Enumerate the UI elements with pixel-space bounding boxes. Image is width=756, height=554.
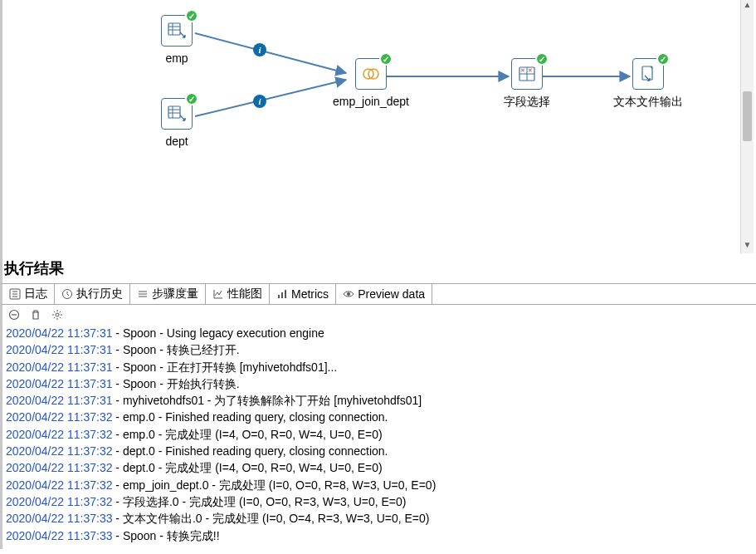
tab-preview[interactable]: Preview data: [336, 284, 432, 304]
log-line: 2020/04/22 11:37:31 - myhivetohdfs01 - 为…: [6, 392, 753, 409]
chart-icon: [212, 288, 224, 300]
svg-rect-8: [168, 23, 180, 35]
log-message: - Spoon - 转换完成!!: [112, 529, 219, 542]
log-timestamp-link[interactable]: 2020/04/22 11:37:31: [6, 343, 112, 356]
log-message: - 字段选择.0 - 完成处理 (I=0, O=0, R=3, W=3, U=0…: [112, 495, 406, 508]
log-line: 2020/04/22 11:37:31 - Spoon - 正在打开转换 [my…: [6, 359, 753, 375]
step-label: emp_join_dept: [333, 95, 409, 108]
log-timestamp-link[interactable]: 2020/04/22 11:37:32: [6, 428, 112, 441]
step-label: emp: [165, 51, 188, 65]
tab-performance[interactable]: 性能图: [206, 284, 270, 304]
table-input-icon: ✓: [161, 98, 193, 130]
svg-text:✕: ✕: [528, 67, 533, 73]
step-label: dept: [165, 135, 188, 148]
log-timestamp-link[interactable]: 2020/04/22 11:37:33: [6, 512, 112, 525]
svg-rect-34: [285, 290, 286, 298]
log-line: 2020/04/22 11:37:32 - dept.0 - 完成处理 (I=4…: [6, 459, 753, 476]
log-message: - Spoon - 正在打开转换 [myhivetohdfs01]...: [112, 360, 337, 374]
log-line: 2020/04/22 11:37:31 - Spoon - 开始执行转换.: [6, 375, 753, 392]
history-icon: [61, 288, 73, 300]
log-output[interactable]: 2020/04/22 11:37:31 - Spoon - Using lega…: [0, 325, 756, 549]
step-emp-join-dept[interactable]: ✓ emp_join_dept: [329, 58, 412, 108]
disable-button[interactable]: [7, 308, 21, 321]
svg-rect-32: [278, 295, 280, 298]
tab-metrics[interactable]: Metrics: [270, 284, 336, 304]
log-timestamp-link[interactable]: 2020/04/22 11:37:31: [6, 360, 112, 374]
log-message: - emp_join_dept.0 - 完成处理 (I=0, O=0, R=8,…: [112, 478, 436, 492]
svg-point-38: [56, 313, 59, 316]
merge-join-icon: ✓: [355, 58, 387, 90]
svg-line-0: [195, 33, 346, 73]
status-ok-icon: ✓: [379, 52, 393, 66]
svg-rect-12: [168, 106, 180, 118]
scroll-thumb[interactable]: [743, 91, 752, 141]
log-timestamp-link[interactable]: 2020/04/22 11:37:31: [6, 394, 112, 407]
log-timestamp-link[interactable]: 2020/04/22 11:37:31: [6, 377, 112, 390]
log-message: - emp.0 - Finished reading query, closin…: [112, 410, 388, 424]
log-timestamp-link[interactable]: 2020/04/22 11:37:32: [6, 461, 112, 474]
svg-point-6: [253, 95, 266, 108]
scroll-up-arrow-icon[interactable]: ▲: [741, 0, 754, 13]
log-timestamp-link[interactable]: 2020/04/22 11:37:33: [6, 529, 112, 542]
log-message: - dept.0 - Finished reading query, closi…: [112, 444, 388, 458]
step-dept[interactable]: ✓ dept: [144, 98, 210, 148]
eye-icon: [343, 288, 354, 300]
status-ok-icon: ✓: [185, 9, 198, 22]
log-message: - 文本文件输出.0 - 完成处理 (I=0, O=4, R=3, W=3, U…: [112, 512, 429, 525]
clear-log-button[interactable]: [29, 308, 42, 321]
metrics-icon: [276, 288, 288, 300]
text-output-icon: ✓: [632, 58, 664, 90]
log-timestamp-link[interactable]: 2020/04/22 11:37:31: [6, 326, 112, 340]
tab-history[interactable]: 执行历史: [55, 284, 130, 304]
step-emp[interactable]: ✓ emp: [144, 15, 210, 65]
results-tabs: 日志 执行历史 步骤度量 性能图 Metrics Preview data: [0, 283, 756, 305]
log-line: 2020/04/22 11:37:32 - emp.0 - 完成处理 (I=4,…: [6, 426, 753, 443]
svg-text:i: i: [258, 45, 261, 55]
tab-label: Preview data: [358, 287, 425, 301]
log-message: - emp.0 - 完成处理 (I=4, O=0, R=0, W=4, U=0,…: [112, 428, 382, 441]
log-toolbar: [0, 305, 756, 325]
transformation-canvas[interactable]: i i ✓ emp ✓ dept ✓ emp_join_dept ✕✕ ✓ 字段…: [0, 0, 754, 253]
svg-text:i: i: [258, 96, 261, 106]
log-line: 2020/04/22 11:37:33 - Spoon - 转换完成!!: [6, 527, 753, 544]
log-timestamp-link[interactable]: 2020/04/22 11:37:32: [6, 444, 112, 458]
log-line: 2020/04/22 11:37:31 - Spoon - Using lega…: [6, 325, 753, 341]
tab-label: 步骤度量: [152, 287, 198, 302]
svg-line-1: [195, 80, 346, 116]
log-line: 2020/04/22 11:37:32 - emp_join_dept.0 - …: [6, 477, 753, 493]
tab-step-metrics[interactable]: 步骤度量: [130, 284, 206, 304]
select-values-icon: ✕✕ ✓: [511, 58, 543, 90]
status-ok-icon: ✓: [535, 52, 549, 66]
log-message: - dept.0 - 完成处理 (I=4, O=0, R=0, W=4, U=0…: [112, 461, 382, 474]
svg-point-35: [347, 292, 350, 296]
status-ok-icon: ✓: [656, 52, 670, 66]
svg-rect-33: [281, 292, 283, 298]
log-settings-button[interactable]: [51, 308, 64, 321]
step-text-file-output[interactable]: ✓ 文本文件输出: [615, 58, 681, 110]
log-timestamp-link[interactable]: 2020/04/22 11:37:32: [6, 410, 112, 424]
log-timestamp-link[interactable]: 2020/04/22 11:37:32: [6, 495, 112, 508]
canvas-vertical-scrollbar[interactable]: ▲ ▼: [740, 0, 754, 253]
status-ok-icon: ✓: [185, 92, 198, 105]
log-timestamp-link[interactable]: 2020/04/22 11:37:32: [6, 478, 112, 492]
tab-label: 性能图: [227, 287, 262, 302]
log-line: 2020/04/22 11:37:32 - 字段选择.0 - 完成处理 (I=0…: [6, 493, 753, 510]
execution-results-title: 执行结果: [0, 253, 756, 283]
log-line: 2020/04/22 11:37:32 - emp.0 - Finished r…: [6, 409, 753, 425]
step-select-values[interactable]: ✕✕ ✓ 字段选择: [494, 58, 560, 110]
svg-point-4: [253, 43, 266, 56]
table-input-icon: ✓: [161, 15, 193, 47]
tab-label: Metrics: [291, 287, 329, 301]
log-line: 2020/04/22 11:37:33 - 文本文件输出.0 - 完成处理 (I…: [6, 510, 753, 527]
scroll-down-arrow-icon[interactable]: ▼: [741, 240, 754, 253]
log-message: - Spoon - 开始执行转换.: [112, 377, 239, 390]
log-icon: [9, 288, 21, 300]
tab-label: 执行历史: [76, 287, 123, 302]
tab-log[interactable]: 日志: [2, 284, 55, 304]
step-label: 字段选择: [504, 95, 550, 110]
log-message: - Spoon - Using legacy execution engine: [112, 326, 324, 340]
svg-text:✕: ✕: [520, 67, 525, 73]
log-line: 2020/04/22 11:37:32 - dept.0 - Finished …: [6, 443, 753, 459]
log-message: - Spoon - 转换已经打开.: [112, 343, 239, 356]
tab-label: 日志: [24, 287, 47, 302]
